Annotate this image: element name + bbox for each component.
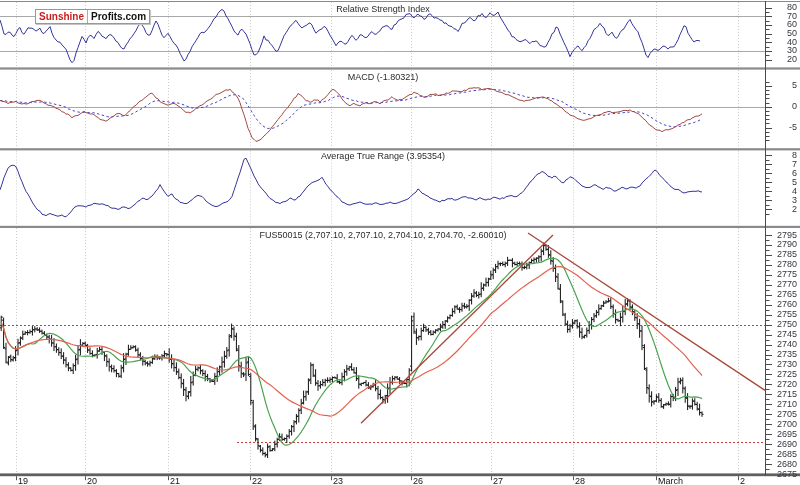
y-axis-label-price: 2695 [770,430,797,439]
x-axis-label: March [658,477,683,485]
y-axis-label-price: 2765 [770,290,797,299]
y-axis-label-price: 2795 [770,231,797,240]
y-axis-label-rsi: 20 [770,55,797,64]
y-axis-label-price: 2700 [770,420,797,429]
y-axis-label-price: 2725 [770,370,797,379]
y-axis-label-price: 2705 [770,410,797,419]
y-axis-label-price: 2760 [770,300,797,309]
y-axis-label-price: 2685 [770,450,797,459]
x-axis-label: 19 [18,477,28,485]
y-axis-label-price: 2770 [770,280,797,289]
y-axis-label-atr: 2 [770,205,797,214]
x-axis-label: 21 [170,477,180,485]
y-axis-label-price: 2785 [770,250,797,259]
y-axis-label-price: 2710 [770,400,797,409]
y-axis-label-macd: -5 [770,123,797,132]
x-axis-label: 20 [87,477,97,485]
y-axis-label-price: 2735 [770,350,797,359]
x-axis-label: 22 [252,477,262,485]
macd-panel-title: MACD (-1.80321) [0,72,766,82]
logo-sunshine-label: Sunshine [36,10,88,23]
chart-stage: Relative Strength Index MACD (-1.80321) … [0,0,800,485]
y-axis-label-price: 2690 [770,440,797,449]
y-axis-label-price: 2790 [770,240,797,249]
x-axis-label: 26 [413,477,423,485]
y-axis-label-price: 2720 [770,380,797,389]
logo-profits-label: Profits.com [88,10,149,23]
x-axis-label: 2 [740,477,745,485]
y-axis-label-price: 2680 [770,460,797,469]
y-axis-label-price: 2775 [770,270,797,279]
y-axis-label-macd: 0 [770,102,797,111]
y-axis-label-price: 2730 [770,360,797,369]
y-axis-label-price: 2740 [770,340,797,349]
y-axis-label-price: 2715 [770,390,797,399]
x-axis-label: 28 [575,477,585,485]
x-axis-label: 23 [333,477,343,485]
y-axis-label-price: 2750 [770,320,797,329]
y-axis-label-price: 2755 [770,310,797,319]
x-axis-label: 27 [493,477,503,485]
y-axis-label-price: 2780 [770,260,797,269]
y-axis-label-price: 2745 [770,330,797,339]
logo[interactable]: Sunshine Profits.com [35,9,150,24]
y-axis-label-price: 2675 [770,470,797,479]
price-panel-title: FUS50015 (2,707.10, 2,707.10, 2,704.10, … [0,230,766,240]
y-axis-label-macd: 5 [770,81,797,90]
atr-panel-title: Average True Range (3.95354) [0,151,766,161]
